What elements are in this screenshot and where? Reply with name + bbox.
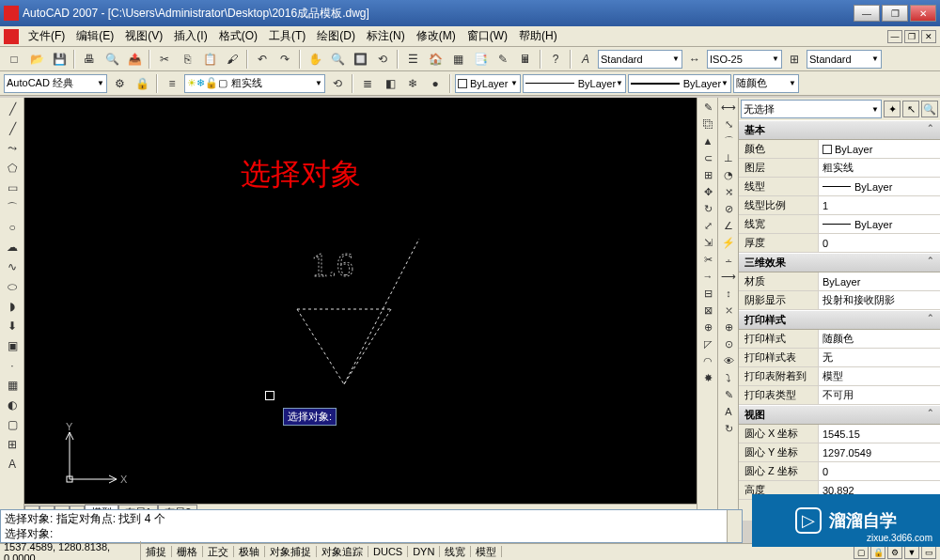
props-value[interactable]: 1 bbox=[819, 196, 940, 214]
workspace-lock-button[interactable]: 🔒 bbox=[132, 73, 152, 94]
props-row[interactable]: 厚度0 bbox=[739, 234, 940, 253]
dim-continue-tool[interactable]: ⟶ bbox=[719, 268, 738, 285]
mtext-tool[interactable]: A bbox=[2, 455, 23, 474]
properties-button[interactable]: ☰ bbox=[402, 49, 423, 70]
menu-window[interactable]: 窗口(W) bbox=[462, 26, 513, 46]
props-category[interactable]: 视图⌃ bbox=[739, 405, 940, 425]
props-row[interactable]: 圆心 Y 坐标1297.0549 bbox=[739, 443, 940, 462]
hatch-tool[interactable]: ▦ bbox=[2, 376, 23, 395]
drawing-canvas[interactable]: 选择对象 1.6 选择对象: Y X ⏮ ◀ ▶ ⏭ 模型 布局1 布局2 bbox=[24, 98, 697, 521]
ellipse-arc-tool[interactable]: ◗ bbox=[2, 297, 23, 316]
model-space-button[interactable]: ▢ bbox=[854, 546, 869, 559]
menu-file[interactable]: 文件(F) bbox=[23, 26, 70, 46]
mirror-tool[interactable]: ▲ bbox=[698, 132, 717, 149]
status-mode-模型[interactable]: 模型 bbox=[471, 546, 502, 557]
designctr-button[interactable]: 🏠 bbox=[425, 49, 446, 70]
dim-break-tool[interactable]: ⤫ bbox=[719, 302, 738, 319]
fillet-tool[interactable]: ◠ bbox=[698, 352, 717, 369]
props-row[interactable]: 线型比例1 bbox=[739, 196, 940, 215]
toolpal-button[interactable]: ▦ bbox=[447, 49, 468, 70]
linetype-combo[interactable]: ByLayer▼ bbox=[523, 74, 626, 93]
dim-baseline-tool[interactable]: ⫠ bbox=[719, 251, 738, 268]
props-row[interactable]: 打印表附着到模型 bbox=[739, 367, 940, 386]
rotate-tool[interactable]: ↻ bbox=[698, 200, 717, 217]
doc-close-button[interactable]: ✕ bbox=[921, 30, 936, 43]
annotation-scale-button[interactable]: ▼ bbox=[904, 546, 919, 559]
plotstyle-combo[interactable]: 随颜色▼ bbox=[733, 74, 799, 93]
dim-linear-tool[interactable]: ⟷ bbox=[719, 99, 738, 116]
polyline-tool[interactable]: ⤳ bbox=[2, 139, 23, 158]
insert-block-tool[interactable]: ⬇ bbox=[2, 317, 23, 335]
command-scrollbar[interactable] bbox=[727, 510, 742, 542]
revcloud-tool[interactable]: ☁ bbox=[2, 238, 23, 257]
stretch-tool[interactable]: ⇲ bbox=[698, 234, 717, 251]
props-value[interactable]: ByLayer bbox=[819, 140, 940, 158]
menu-view[interactable]: 视图(V) bbox=[119, 26, 168, 46]
array-tool[interactable]: ⊞ bbox=[698, 166, 717, 183]
select-objects-button[interactable]: ↖ bbox=[902, 101, 919, 117]
dimstyle-combo[interactable]: ISO-25▼ bbox=[707, 50, 782, 69]
status-mode-对象捕捉[interactable]: 对象捕捉 bbox=[265, 546, 317, 557]
new-button[interactable]: □ bbox=[4, 49, 24, 70]
copy-tool[interactable]: ⿻ bbox=[698, 116, 717, 132]
props-value[interactable]: 0 bbox=[819, 462, 940, 480]
tablestyle-combo[interactable]: Standard▼ bbox=[807, 50, 882, 69]
props-row[interactable]: 打印样式表无 bbox=[739, 349, 940, 367]
dim-update-tool[interactable]: ↻ bbox=[719, 420, 738, 437]
dim-ordinate-tool[interactable]: ⊥ bbox=[719, 149, 738, 166]
props-row[interactable]: 线宽ByLayer bbox=[739, 215, 940, 234]
layer-freeze-button[interactable]: ❄ bbox=[402, 73, 423, 94]
close-button[interactable]: ✕ bbox=[910, 5, 936, 22]
join-tool[interactable]: ⊕ bbox=[698, 319, 717, 335]
chamfer-tool[interactable]: ◸ bbox=[698, 335, 717, 352]
layer-manager-button[interactable]: ≡ bbox=[162, 73, 182, 94]
copy-button[interactable]: ⎘ bbox=[177, 49, 197, 70]
lock-ui-button[interactable]: 🔒 bbox=[870, 546, 885, 559]
cut-button[interactable]: ✂ bbox=[154, 49, 175, 70]
props-category[interactable]: 三维效果⌃ bbox=[739, 253, 940, 272]
offset-tool[interactable]: ⊂ bbox=[698, 149, 717, 166]
props-value[interactable]: 1297.0549 bbox=[819, 443, 940, 461]
zoom-window-button[interactable]: 🔲 bbox=[350, 49, 370, 70]
props-value[interactable]: ByLayer bbox=[819, 272, 940, 290]
ellipse-tool[interactable]: ⬭ bbox=[2, 277, 23, 296]
region-tool[interactable]: ▢ bbox=[2, 415, 23, 434]
props-row[interactable]: 线型ByLayer bbox=[739, 178, 940, 196]
explode-tool[interactable]: ✸ bbox=[698, 369, 717, 386]
dimstyle-icon[interactable]: ↔ bbox=[684, 49, 705, 70]
paste-button[interactable]: 📋 bbox=[199, 49, 220, 70]
extend-tool[interactable]: → bbox=[698, 268, 717, 285]
menu-help[interactable]: 帮助(H) bbox=[513, 26, 563, 46]
zoom-realtime-button[interactable]: 🔍 bbox=[327, 49, 348, 70]
status-mode-线宽[interactable]: 线宽 bbox=[440, 546, 471, 557]
doc-restore-button[interactable]: ❐ bbox=[904, 30, 919, 43]
pickadd-button[interactable]: ✦ bbox=[884, 101, 901, 117]
status-mode-DYN[interactable]: DYN bbox=[408, 546, 440, 557]
sheetset-button[interactable]: 📑 bbox=[470, 49, 491, 70]
pan-button[interactable]: ✋ bbox=[305, 49, 325, 70]
props-category[interactable]: 打印样式⌃ bbox=[739, 310, 940, 330]
props-value[interactable]: ByLayer bbox=[819, 178, 940, 195]
xline-tool[interactable]: ╱ bbox=[2, 119, 23, 138]
quick-select-button[interactable]: 🔍 bbox=[921, 101, 938, 117]
menu-dimension[interactable]: 标注(N) bbox=[361, 26, 411, 46]
dim-jogged-tool[interactable]: ⤨ bbox=[719, 183, 738, 200]
menu-modify[interactable]: 修改(M) bbox=[411, 26, 462, 46]
textstyle-combo[interactable]: Standard▼ bbox=[598, 50, 682, 69]
dim-radius-tool[interactable]: ◔ bbox=[719, 166, 738, 183]
trim-tool[interactable]: ✂ bbox=[698, 251, 717, 268]
lineweight-combo[interactable]: ByLayer▼ bbox=[628, 74, 731, 93]
color-combo[interactable]: ByLayer▼ bbox=[455, 74, 521, 93]
dim-aligned-tool[interactable]: ⤡ bbox=[719, 116, 738, 132]
help-button[interactable]: ? bbox=[545, 49, 566, 70]
layer-prev-button[interactable]: ⟲ bbox=[327, 73, 348, 94]
status-mode-正交[interactable]: 正交 bbox=[203, 546, 234, 557]
layer-combo[interactable]: ☀❄🔓▢ 粗实线▼ bbox=[184, 74, 325, 93]
props-row[interactable]: 图层粗实线 bbox=[739, 159, 940, 178]
dim-angular-tool[interactable]: ∠ bbox=[719, 217, 738, 234]
preview-button[interactable]: 🔍 bbox=[102, 49, 122, 70]
break-point-tool[interactable]: ⊟ bbox=[698, 285, 717, 302]
open-button[interactable]: 📂 bbox=[26, 49, 47, 70]
markup-button[interactable]: ✎ bbox=[493, 49, 513, 70]
dim-diameter-tool[interactable]: ⊘ bbox=[719, 200, 738, 217]
